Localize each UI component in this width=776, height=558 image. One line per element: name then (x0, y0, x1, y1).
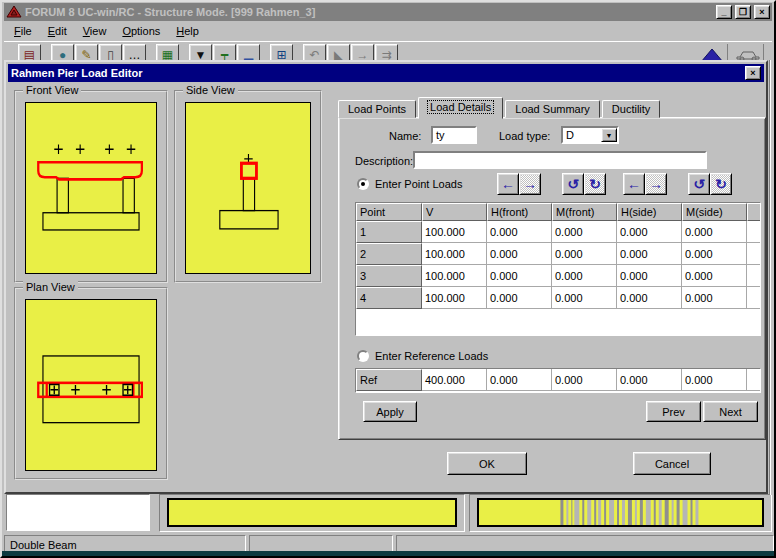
minimize-icon[interactable]: _ (716, 5, 732, 19)
menu-file[interactable]: File (6, 23, 40, 39)
table-row: 2 100.000 0.000 0.000 0.000 0.000 (356, 243, 760, 265)
table-row: 4 100.000 0.000 0.000 0.000 0.000 (356, 287, 760, 309)
apply-button[interactable]: Apply (363, 401, 417, 422)
rotate-pair-front: ↺ ↻ (562, 173, 606, 195)
side-view-canvas (185, 102, 311, 274)
load-details-tab-page: Name: ty Load type: D ▼ Description: Ent… (338, 117, 766, 440)
plan-view-drawing (26, 300, 156, 470)
move-left-front-button[interactable]: ← (497, 173, 519, 195)
chevron-down-icon[interactable]: ▼ (601, 128, 617, 142)
next-button[interactable]: Next (703, 401, 758, 422)
menu-help[interactable]: Help (168, 23, 207, 39)
enter-reference-loads-label: Enter Reference Loads (375, 350, 488, 362)
move-pair-side: ← → (623, 173, 667, 195)
prev-button[interactable]: Prev (646, 401, 701, 422)
dialog-close-icon[interactable]: × (745, 66, 761, 80)
menu-options[interactable]: Options (114, 23, 168, 39)
rahmen-pier-load-editor-dialog: Rahmen Pier Load Editor × Front View (4, 60, 768, 494)
close-icon[interactable]: × (754, 5, 770, 19)
tab-strip: Load Points Load Details Load Summary Du… (338, 97, 662, 118)
enter-reference-loads-radio[interactable] (357, 350, 369, 362)
window-titlebar: FORUM 8 UC-win/RC - Structure Mode. [999… (4, 3, 772, 21)
plan-view-canvas (25, 299, 157, 471)
name-input[interactable]: ty (431, 126, 477, 144)
description-input[interactable] (413, 151, 707, 169)
plan-view-group: Plan View (14, 287, 168, 480)
application-window: FORUM 8 UC-win/RC - Structure Mode. [999… (0, 0, 776, 558)
cancel-button[interactable]: Cancel (633, 452, 711, 475)
move-pair-front: ← → (497, 173, 541, 195)
move-left-side-button[interactable]: ← (623, 173, 645, 195)
rotate-ccw-side-button[interactable]: ↺ (688, 173, 710, 195)
side-view-label: Side View (183, 84, 238, 96)
tab-ductility[interactable]: Ductility (602, 100, 661, 118)
reference-loads-table: Ref 400.000 0.000 0.000 0.000 0.000 (355, 368, 761, 393)
menu-edit[interactable]: Edit (40, 23, 75, 39)
point-loads-table: Point V H(front) M(front) H(side) M(side… (355, 202, 761, 336)
lower-view-frame-right (469, 494, 772, 532)
tab-load-summary[interactable]: Load Summary (505, 100, 600, 118)
tab-load-details[interactable]: Load Details (418, 97, 503, 119)
enter-point-loads-label: Enter Point Loads (375, 178, 462, 190)
lower-view-canvas-left (167, 498, 457, 527)
ok-button[interactable]: OK (447, 452, 527, 475)
rotate-pair-side: ↺ ↻ (688, 173, 732, 195)
dialog-title: Rahmen Pier Load Editor (11, 67, 745, 79)
menubar: File Edit View Options Help (4, 22, 772, 40)
reference-row: Ref 400.000 0.000 0.000 0.000 0.000 (356, 369, 760, 391)
rotate-cw-side-button[interactable]: ↻ (710, 173, 732, 195)
rebar-bars-graphic (479, 500, 762, 525)
front-view-label: Front View (23, 84, 81, 96)
dialog-titlebar: Rahmen Pier Load Editor × (8, 64, 764, 82)
side-view-drawing (186, 103, 310, 273)
restore-icon[interactable]: ❐ (735, 5, 751, 19)
rotate-cw-front-button[interactable]: ↻ (584, 173, 606, 195)
lower-view-frame-left (159, 494, 465, 532)
menu-view[interactable]: View (75, 23, 115, 39)
front-view-group: Front View (14, 90, 168, 283)
plan-view-label: Plan View (23, 281, 78, 293)
front-view-drawing (26, 103, 156, 273)
enter-point-loads-radio[interactable] (357, 178, 369, 190)
table-header-row: Point V H(front) M(front) H(side) M(side… (356, 203, 760, 221)
table-row: 3 100.000 0.000 0.000 0.000 0.000 (356, 265, 760, 287)
status-text: Double Beam (10, 539, 77, 551)
model-tree-panel[interactable] (6, 494, 150, 531)
move-right-front-button[interactable]: → (519, 173, 541, 195)
window-title: FORUM 8 UC-win/RC - Structure Mode. [999… (25, 6, 713, 18)
side-view-group: Side View (174, 90, 322, 283)
lower-view-canvas-right (477, 498, 764, 527)
name-label: Name: (389, 130, 421, 142)
load-type-label: Load type: (499, 130, 550, 142)
move-right-side-button[interactable]: → (645, 173, 667, 195)
app-logo-icon (6, 5, 22, 19)
window-frame-edge (769, 60, 771, 495)
rotate-ccw-front-button[interactable]: ↺ (562, 173, 584, 195)
front-view-canvas (25, 102, 157, 274)
description-label: Description: (355, 155, 413, 167)
desktop-strip (2, 551, 774, 556)
tab-load-points[interactable]: Load Points (338, 100, 416, 118)
table-row: 1 100.000 0.000 0.000 0.000 0.000 (356, 221, 760, 243)
load-type-select[interactable]: D ▼ (561, 126, 619, 144)
